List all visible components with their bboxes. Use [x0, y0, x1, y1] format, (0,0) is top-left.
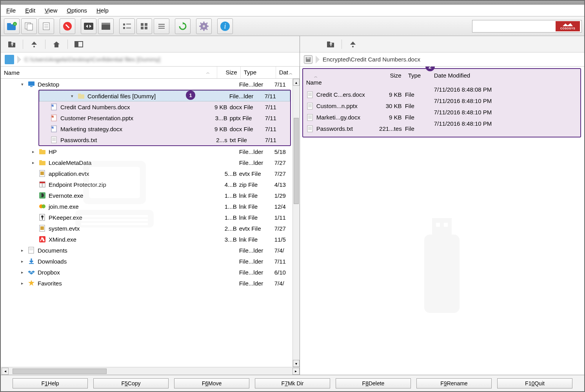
f5-copy-button[interactable]: F5 Copy: [93, 378, 169, 388]
file-tree-row[interactable]: PKeeper.exe 1...B lnk File 1/11: [1, 212, 300, 223]
menu-view[interactable]: View: [45, 7, 57, 14]
paste-button[interactable]: [38, 18, 54, 34]
chevron-right-icon[interactable]: ▸: [20, 248, 25, 253]
horizontal-scrollbar[interactable]: ◂ ▸: [1, 367, 300, 375]
file-name: join.me.exe: [49, 203, 79, 210]
header-type[interactable]: Type: [241, 67, 276, 78]
file-tree-row[interactable]: ▸ Documents File...lder 7/4/: [1, 245, 300, 256]
f7-mkdir-button[interactable]: F7 Mk Dir: [255, 378, 330, 388]
left-file-tree[interactable]: ▾ Desktop File...lder 7/11 ▾ Confidentia…: [1, 79, 300, 367]
file-tree-row[interactable]: Endpoint Protector.zip 4...B zip File 4/…: [1, 179, 300, 190]
file-tree-row[interactable]: ▸ LocaleMetaData File...lder 7/27: [1, 157, 300, 168]
file-tree-row[interactable]: ▸ Dropbox File...lder 6/10: [1, 267, 300, 278]
left-breadcrumb[interactable]: C:\Users\Angela\Desktop\Confidential fil…: [1, 52, 300, 67]
menu-file[interactable]: File: [6, 7, 16, 14]
chevron-right-icon[interactable]: ▸: [20, 259, 25, 264]
chevron-right-icon[interactable]: ▸: [20, 281, 25, 286]
file-name: Documents: [38, 247, 67, 254]
refresh-button[interactable]: [175, 18, 191, 34]
chevron-right-icon[interactable]: ▸: [31, 160, 36, 165]
file-name: system.evtx: [49, 225, 80, 232]
file-size: 2...B: [216, 225, 239, 232]
joinme-icon: [38, 203, 46, 210]
file-date: 7/11: [265, 104, 289, 110]
file-name: Credit C...ers.docx: [316, 91, 365, 98]
xmind-icon: [38, 236, 46, 243]
brand-search-box[interactable]: COSOSYS: [472, 20, 582, 33]
right-file-list[interactable]: ︿Name Size Type Credit C...ers.docx 9 KB…: [300, 67, 584, 375]
up-folder-button[interactable]: [325, 39, 336, 50]
header-name[interactable]: Name: [306, 79, 322, 86]
swap-panes-button[interactable]: [81, 18, 96, 34]
file-name: Passwords.txt: [316, 125, 353, 132]
view-tree-button[interactable]: [119, 18, 135, 34]
file-tree-row[interactable]: P Customer Presentation.pptx 3...B pptx …: [39, 112, 290, 123]
file-tree-row[interactable]: ▾ Confidential files [Dummy] File...lder…: [39, 90, 290, 101]
file-tree-row[interactable]: ▸ HP File...lder 5/18: [1, 146, 300, 157]
menu-help[interactable]: Help: [96, 7, 109, 14]
download-icon: [27, 258, 35, 265]
file-tree-row[interactable]: system.evtx 2...B evtx File 7/27: [1, 223, 300, 234]
app-window: File Edit View Options Help + i COSOSYS: [0, 0, 585, 392]
file-tree-row[interactable]: ▾ Desktop File...lder 7/11: [1, 79, 300, 90]
f1-help-button[interactable]: F1 Help: [13, 378, 88, 388]
file-tree-row[interactable]: ▸ Downloads File...lder 7/11: [1, 256, 300, 267]
svg-rect-69: [39, 160, 42, 162]
f10-quit-button[interactable]: F10 Quit: [497, 378, 572, 388]
file-tree-row[interactable]: W Credit Card Numbers.docx 9 KB docx Fil…: [39, 101, 290, 112]
file-tree-row[interactable]: ▸ Favorites File...lder 7/4/: [1, 278, 300, 289]
home-button[interactable]: [51, 39, 62, 50]
right-breadcrumb[interactable]: Encrypted\Credit Card Numbers.docx: [300, 52, 584, 67]
svg-rect-84: [29, 247, 34, 253]
file-tree-row[interactable]: W Marketing strategy.docx 9 KB docx File…: [39, 123, 290, 134]
chevron-down-icon[interactable]: ▾: [20, 82, 25, 87]
file-tree-row[interactable]: XMind.exe 3...B lnk File 11/5: [1, 234, 300, 245]
vertical-scrollbar[interactable]: ▴ ▾: [292, 79, 300, 367]
file-name: Dropbox: [38, 269, 60, 276]
header-date-modified[interactable]: Date Modified: [434, 72, 471, 79]
header-date[interactable]: Dat: [279, 69, 288, 76]
root-button[interactable]: [29, 39, 40, 50]
scroll-thumb[interactable]: [294, 118, 299, 204]
settings-button[interactable]: [196, 18, 212, 34]
file-tree-row[interactable]: Evernote.exe 1...B lnk File 1/29: [1, 190, 300, 201]
file-tree-row[interactable]: join.me.exe 1...B lnk File 12/4: [1, 201, 300, 212]
file-date: 7/11: [265, 137, 289, 143]
info-button[interactable]: i: [217, 18, 233, 34]
split-view-button[interactable]: [73, 39, 84, 50]
scroll-down-button[interactable]: ▾: [293, 360, 300, 367]
svg-rect-39: [8, 42, 11, 43]
menu-edit[interactable]: Edit: [25, 7, 35, 14]
menu-options[interactable]: Options: [67, 7, 87, 14]
chevron-down-icon[interactable]: ▾: [69, 94, 75, 99]
file-tree-row[interactable]: Passwords.txt 2...s txt File 7/11: [39, 134, 290, 145]
chevron-right-icon[interactable]: ▸: [20, 270, 25, 275]
f9-rename-button[interactable]: F9 Rename: [416, 378, 492, 388]
view-details-button[interactable]: [98, 18, 114, 34]
f8-delete-button[interactable]: F8 Delete: [336, 378, 411, 388]
root-button[interactable]: [347, 39, 358, 50]
chevron-right-icon[interactable]: ▸: [31, 149, 36, 154]
svg-rect-62: [51, 137, 56, 143]
f6-move-button[interactable]: F6 Move: [174, 378, 249, 388]
view-icons-button[interactable]: [136, 18, 152, 34]
cancel-button[interactable]: [60, 18, 75, 34]
header-name[interactable]: Name: [4, 69, 20, 76]
file-type: txt File: [230, 137, 265, 143]
up-folder-button[interactable]: [6, 39, 17, 50]
scroll-up-button[interactable]: ▴: [293, 79, 300, 86]
file-size: 3...B: [216, 236, 239, 243]
view-list-button[interactable]: [154, 18, 169, 34]
scroll-right-button[interactable]: ▸: [292, 368, 300, 375]
new-folder-button[interactable]: +: [4, 18, 20, 34]
copy-button[interactable]: [21, 18, 37, 34]
header-size[interactable]: Size: [378, 70, 405, 87]
header-size[interactable]: Size: [217, 67, 241, 78]
header-type[interactable]: Type: [405, 70, 429, 87]
svg-rect-111: [444, 223, 448, 227]
hscroll-thumb[interactable]: [13, 369, 107, 374]
left-column-headers[interactable]: Name︿ Size Type Dat ︿: [1, 67, 300, 79]
scroll-left-button[interactable]: ◂: [2, 368, 9, 375]
file-type: File...lder: [239, 269, 274, 276]
file-tree-row[interactable]: application.evtx 5...B evtx File 7/27: [1, 168, 300, 179]
